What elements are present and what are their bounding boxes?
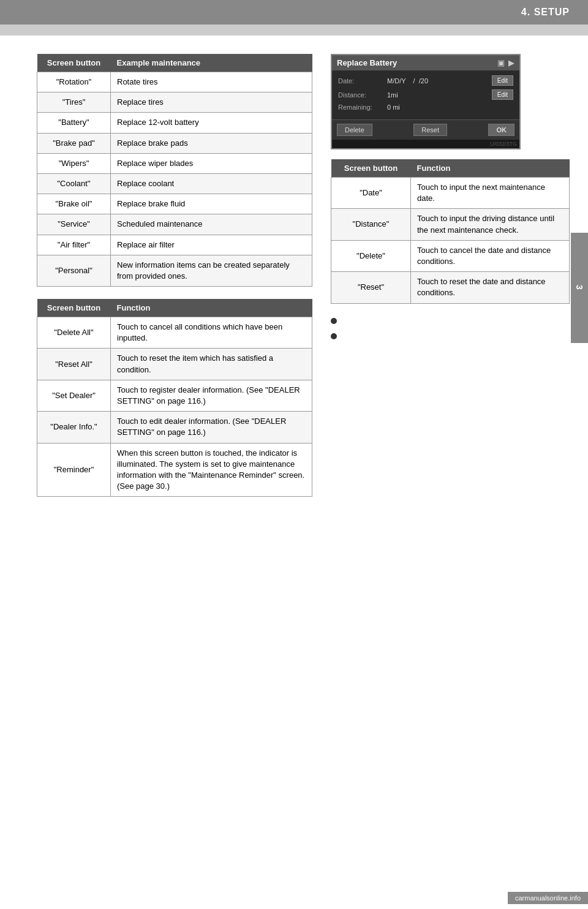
table3-desc-cell: Touch to input the driving distance unti…: [411, 209, 570, 240]
table2-btn-cell: "Set Dealer": [37, 380, 111, 411]
table1-btn-cell: "Air filter": [37, 235, 111, 255]
table1-col1-header: Screen button: [37, 54, 111, 72]
bullet-item-1: [331, 316, 570, 324]
device-remaining-row: Remaining: 0 mi: [338, 104, 513, 111]
table1-btn-cell: "Service": [37, 214, 111, 235]
subheader-band: [0, 25, 588, 36]
site-footer: carmanualsonline.info: [508, 892, 588, 904]
table1-row: "Tires" Replace tires: [37, 92, 312, 113]
device-reset-btn[interactable]: Reset: [413, 124, 447, 136]
table1-desc-cell: Replace coolant: [111, 173, 312, 194]
table2-desc-cell: Touch to edit dealer information. (See "…: [111, 412, 312, 443]
device-icon1: ▣: [497, 58, 505, 67]
table2-row: "Delete All" Touch to cancel all conditi…: [37, 317, 312, 349]
device-title: Replace Battery: [337, 58, 397, 67]
table1-desc-cell: Replace brake fluid: [111, 194, 312, 214]
table3-row: "Delete" Touch to cancel the date and di…: [331, 240, 570, 271]
site-url: carmanualsonline.info: [515, 894, 581, 902]
device-date-edit[interactable]: Edit: [492, 75, 513, 86]
device-date-row: Date: M/D/Y / /20 Edit: [338, 75, 513, 86]
table3-col1-header: Screen button: [331, 159, 411, 178]
table1-row: "Service" Scheduled maintenance: [37, 214, 312, 235]
table2-desc-cell: When this screen button is touched, the …: [111, 443, 312, 497]
right-column: Replace Battery ▣ ▶ Date: M/D/Y / /20 Ed…: [331, 54, 570, 509]
bullet-section: [331, 316, 570, 339]
table3-btn-cell: "Date": [331, 178, 411, 209]
table3-desc-cell: Touch to input the next maintenance date…: [411, 178, 570, 209]
table3-row: "Reset" Touch to reset the date and dist…: [331, 272, 570, 303]
table1-btn-cell: "Battery": [37, 113, 111, 133]
table2-btn-cell: "Delete All": [37, 317, 111, 349]
maintenance-items-table: Screen button Example maintenance "Rotat…: [37, 54, 312, 287]
table1-desc-cell: Replace 12-volt battery: [111, 113, 312, 133]
table1-desc-cell: Replace air filter: [111, 235, 312, 255]
table2-row: "Set Dealer" Touch to register dealer in…: [37, 380, 312, 411]
bullet-item-2: [331, 331, 570, 339]
device-icons: ▣ ▶: [497, 58, 514, 67]
device-date-value: M/D/Y / /20: [387, 77, 492, 85]
table1-row: "Wipers" Replace wiper blades: [37, 153, 312, 173]
device-watermark: U/032/3TG: [332, 140, 519, 148]
device-icon2: ▶: [508, 58, 514, 67]
device-screenshot: Replace Battery ▣ ▶ Date: M/D/Y / /20 Ed…: [331, 54, 521, 149]
table1-btn-cell: "Wipers": [37, 153, 111, 173]
table2-row: "Reminder" When this screen button is to…: [37, 443, 312, 497]
device-body: Date: M/D/Y / /20 Edit Distance: 1mi Edi…: [332, 70, 519, 119]
table1-row: "Coolant" Replace coolant: [37, 173, 312, 194]
table1-row: "Brake oil" Replace brake fluid: [37, 194, 312, 214]
table2-desc-cell: Touch to register dealer information. (S…: [111, 380, 312, 411]
table2-desc-cell: Touch to reset the item which has satisf…: [111, 349, 312, 380]
table3-col2-header: Function: [411, 159, 570, 178]
table2-desc-cell: Touch to cancel all conditions which hav…: [111, 317, 312, 349]
table2-col1-header: Screen button: [37, 299, 111, 317]
table2-row: "Dealer Info." Touch to edit dealer info…: [37, 412, 312, 443]
table1-desc-cell: Replace wiper blades: [111, 153, 312, 173]
table1-btn-cell: "Rotation": [37, 72, 111, 92]
table1-row: "Personal" New information items can be …: [37, 255, 312, 286]
table1-row: "Air filter" Replace air filter: [37, 235, 312, 255]
page-title: 4. SETUP: [521, 7, 570, 18]
device-distance-edit[interactable]: Edit: [492, 89, 513, 100]
table1-row: "Brake pad" Replace brake pads: [37, 133, 312, 153]
table1-btn-cell: "Brake pad": [37, 133, 111, 153]
table1-btn-cell: "Personal": [37, 255, 111, 286]
table3-desc-cell: Touch to reset the date and distance con…: [411, 272, 570, 303]
chapter-tab: 3: [571, 233, 588, 343]
table1-desc-cell: Replace brake pads: [111, 133, 312, 153]
table1-desc-cell: New information items can be created sep…: [111, 255, 312, 286]
device-footer: Delete Reset OK: [332, 119, 519, 140]
table3-desc-cell: Touch to cancel the date and distance co…: [411, 240, 570, 271]
left-column: Screen button Example maintenance "Rotat…: [37, 54, 312, 509]
device-distance-value: 1mi: [387, 91, 492, 99]
table2-btn-cell: "Reset All": [37, 349, 111, 380]
table1-desc-cell: Rotate tires: [111, 72, 312, 92]
table3-btn-cell: "Distance": [331, 209, 411, 240]
table1-col2-header: Example maintenance: [111, 54, 312, 72]
table2-col2-header: Function: [111, 299, 312, 317]
bullet-dot-1: [331, 318, 337, 324]
table1-btn-cell: "Coolant": [37, 173, 111, 194]
right-function-table: Screen button Function "Date" Touch to i…: [331, 159, 570, 304]
page-header: 4. SETUP: [0, 0, 588, 25]
device-distance-row: Distance: 1mi Edit: [338, 89, 513, 100]
main-content: Screen button Example maintenance "Rotat…: [0, 36, 588, 527]
table1-btn-cell: "Tires": [37, 92, 111, 113]
function-table: Screen button Function "Delete All" Touc…: [37, 299, 312, 497]
device-remaining-label: Remaining:: [338, 104, 387, 111]
device-remaining-value: 0 mi: [387, 104, 513, 111]
table2-btn-cell: "Dealer Info.": [37, 412, 111, 443]
table1-row: "Rotation" Rotate tires: [37, 72, 312, 92]
table3-btn-cell: "Delete": [331, 240, 411, 271]
device-delete-btn[interactable]: Delete: [337, 124, 372, 136]
table3-btn-cell: "Reset": [331, 272, 411, 303]
table2-row: "Reset All" Touch to reset the item whic…: [37, 349, 312, 380]
table1-btn-cell: "Brake oil": [37, 194, 111, 214]
device-distance-label: Distance:: [338, 91, 387, 99]
device-ok-btn[interactable]: OK: [488, 124, 514, 136]
table1-row: "Battery" Replace 12-volt battery: [37, 113, 312, 133]
table1-desc-cell: Replace tires: [111, 92, 312, 113]
table3-row: "Date" Touch to input the next maintenan…: [331, 178, 570, 209]
table3-row: "Distance" Touch to input the driving di…: [331, 209, 570, 240]
device-titlebar: Replace Battery ▣ ▶: [332, 55, 519, 70]
bullet-dot-2: [331, 333, 337, 339]
